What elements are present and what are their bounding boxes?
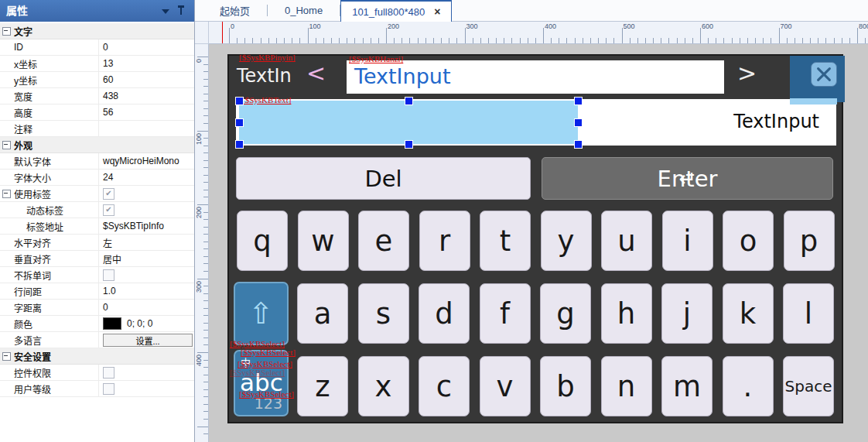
prop-section-安全设置[interactable]: 安全设置 [0, 348, 194, 365]
prop-label: x坐标 [12, 57, 98, 70]
close-block-strip [790, 98, 837, 105]
ruler-tick [203, 323, 208, 324]
selection-handle[interactable] [574, 140, 583, 149]
key-b[interactable]: b [540, 356, 591, 416]
key-a[interactable]: a [297, 283, 348, 344]
ruler-tick [818, 38, 818, 43]
key-dot[interactable]: . [723, 356, 774, 416]
collapse-icon[interactable] [2, 141, 11, 149]
ruler-tick [203, 175, 208, 176]
enter-key[interactable]: ↵ Enter [542, 157, 833, 200]
selection-handle[interactable] [574, 118, 583, 127]
ruler-tick [551, 38, 552, 43]
selection-handle[interactable] [405, 140, 413, 149]
design-canvas[interactable]: [$SysKBPinyin] [$SysKBHanzi] TextIn < Te… [209, 44, 868, 442]
collapse-icon[interactable] [2, 352, 11, 361]
key-e[interactable]: e [358, 211, 409, 271]
color-swatch[interactable] [103, 317, 121, 330]
del-key[interactable]: Del [236, 157, 531, 200]
ruler-number: 200 [388, 22, 399, 30]
pinyin-input-field[interactable]: TextInput [347, 60, 724, 94]
key-l[interactable]: l [783, 283, 834, 344]
tab-close-icon[interactable]: × [434, 5, 440, 18]
prop-label: 默认字体 [12, 155, 98, 168]
prop-label: 字体大小 [12, 171, 98, 184]
shift-key[interactable]: ⇧ [234, 282, 289, 345]
tab-0_Home[interactable]: 0_Home [268, 0, 340, 21]
prop-value[interactable]: 13 [103, 58, 113, 69]
prop-value-cell: 居中 [98, 251, 194, 266]
key-d[interactable]: d [419, 283, 470, 344]
key-space[interactable]: Space [783, 356, 834, 416]
properties-panel-header[interactable]: 属性 [0, 0, 194, 22]
key-f[interactable]: f [480, 283, 531, 344]
ruler-tick [386, 28, 387, 43]
tab-label: 起始页 [220, 3, 250, 18]
key-m[interactable]: m [661, 356, 713, 416]
key-u[interactable]: u [601, 211, 652, 271]
ruler-tick [496, 38, 497, 43]
tab-起始页[interactable]: 起始页 [203, 0, 267, 21]
prop-value[interactable]: 居中 [103, 252, 121, 266]
prop-value[interactable]: 1.0 [103, 286, 116, 296]
selection-handle[interactable] [235, 118, 244, 127]
prop-value[interactable]: 24 [103, 172, 113, 183]
prop-checkbox[interactable] [103, 383, 114, 395]
key-y[interactable]: y [541, 211, 592, 271]
selection-handle[interactable] [235, 140, 244, 149]
prop-checkbox[interactable]: ✔ [103, 188, 114, 200]
prev-candidate-button[interactable]: < [306, 60, 326, 87]
key-h[interactable]: h [601, 283, 652, 344]
settings-button[interactable]: 设置... [103, 334, 193, 347]
prop-value[interactable]: 438 [103, 91, 118, 101]
selection-handle[interactable] [574, 97, 583, 105]
prop-value[interactable]: 0 [103, 302, 108, 313]
ruler-tick [779, 28, 780, 43]
key-z[interactable]: z [297, 356, 348, 416]
selected-text-field[interactable] [239, 101, 578, 144]
key-i[interactable]: i [662, 211, 713, 271]
key-q[interactable]: q [237, 211, 288, 271]
prop-value[interactable]: 60 [103, 74, 113, 85]
key-r[interactable]: r [419, 211, 470, 271]
prop-value[interactable]: 56 [103, 107, 113, 118]
ruler-tick [543, 28, 544, 43]
key-v[interactable]: v [480, 356, 531, 416]
prop-value[interactable]: $SysKBTipInfo [103, 221, 164, 231]
prop-checkbox[interactable] [103, 269, 114, 281]
prop-value[interactable]: wqyMicroHeiMono [103, 156, 179, 166]
chevron-down-icon[interactable] [162, 9, 169, 14]
key-p[interactable]: p [784, 211, 835, 271]
prop-checkbox[interactable]: ✔ [103, 204, 114, 216]
kb-page[interactable]: [$SysKBPinyin] [$SysKBHanzi] TextIn < Te… [227, 54, 843, 423]
key-s[interactable]: s [358, 283, 409, 344]
selection-handle[interactable] [405, 97, 413, 105]
prop-value[interactable]: 0 [103, 42, 108, 53]
close-button-block[interactable] [790, 56, 845, 102]
selection-handle[interactable] [235, 97, 244, 105]
collapse-icon[interactable] [2, 190, 11, 198]
key-x[interactable]: x [358, 356, 409, 416]
key-g[interactable]: g [540, 283, 591, 344]
ruler-tick [747, 38, 748, 43]
key-t[interactable]: t [480, 211, 531, 271]
ruler-tick [203, 389, 208, 390]
key-w[interactable]: w [298, 211, 349, 271]
collapse-icon[interactable] [2, 27, 11, 36]
key-k[interactable]: k [723, 283, 774, 344]
key-c[interactable]: c [419, 356, 470, 416]
key-o[interactable]: o [723, 211, 774, 271]
key-n[interactable]: n [601, 356, 652, 416]
next-candidate-button[interactable]: > [737, 60, 757, 87]
key-j[interactable]: j [661, 283, 713, 344]
tab-101_full800*480[interactable]: 101_full800*480× [340, 0, 452, 22]
prop-section-文字[interactable]: 文字 [0, 23, 194, 39]
prop-label: 字距离 [12, 301, 98, 314]
pin-icon[interactable] [177, 5, 185, 16]
ruler-tick [237, 38, 238, 43]
close-icon[interactable] [811, 62, 837, 87]
prop-checkbox[interactable] [103, 367, 114, 379]
ruler-tick [409, 38, 410, 43]
prop-section-外观[interactable]: 外观 [0, 137, 194, 153]
prop-value[interactable]: 左 [103, 236, 112, 249]
